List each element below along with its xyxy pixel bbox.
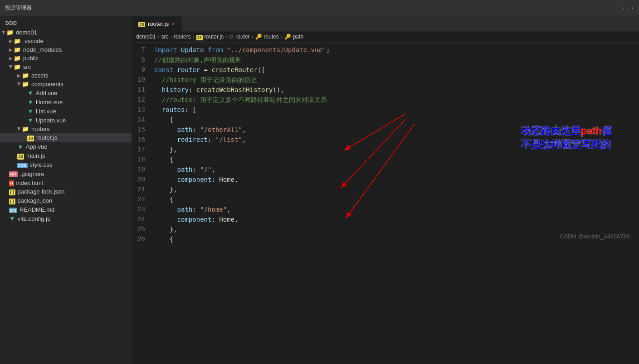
sidebar-item-add-vue[interactable]: ▼ Add.vue — [0, 88, 132, 97]
tab-router-js[interactable]: JS router.js × — [132, 16, 182, 32]
tab-label: router.js — [148, 20, 169, 27]
breadcrumb-router-js[interactable]: router.js — [205, 34, 224, 40]
breadcrumb-demo01[interactable]: demo01 — [136, 34, 156, 40]
sidebar-item-assets[interactable]: ▶ 📁 assets — [0, 71, 132, 80]
line-num-21: 21 — [132, 184, 154, 194]
md-icon: MD — [9, 206, 17, 214]
arrow-icon: ▶ — [9, 65, 14, 69]
line-num-17: 17 — [132, 145, 154, 155]
breadcrumb-sep: › — [157, 34, 159, 40]
line-content-7: import Update from "../components/Update… — [154, 45, 639, 55]
code-line-26: 26 { — [132, 234, 639, 244]
breadcrumb-src[interactable]: src — [161, 34, 168, 40]
breadcrumb-symbol-icon2: 🔑 — [255, 34, 262, 40]
line-num-18: 18 — [132, 155, 154, 165]
sidebar-item-public[interactable]: ▶ 📁 public — [0, 54, 132, 63]
sidebar-item-list-vue[interactable]: ▼ List.vue — [0, 107, 132, 116]
code-line-15: 15 path: "/otherAll", — [132, 125, 639, 135]
sidebar-item-routers[interactable]: ▶ 📁 routers — [0, 125, 132, 133]
breadcrumb-symbol-icon1: ⊙ — [229, 34, 234, 40]
code-line-11: 11 history: createWebHashHistory(), — [132, 85, 639, 95]
line-content-8: //创建路由对象,声明路由规则 — [154, 55, 639, 65]
code-line-21: 21 }, — [132, 184, 639, 194]
sidebar-item-node-modules[interactable]: ▶ 📁 node_modules — [0, 45, 132, 54]
code-line-13: 13 routes: [ — [132, 105, 639, 115]
line-content-12: //routes: 用于定义多个不同路径和组件之间的对应关系 — [154, 95, 639, 105]
sidebar-item-package-lock[interactable]: { } package-lock.json — [0, 187, 132, 196]
breadcrumb-routes[interactable]: routes — [264, 34, 279, 40]
line-num-25: 25 — [132, 224, 154, 234]
code-line-14: 14 { — [132, 115, 639, 125]
git-icon: GIT — [9, 170, 18, 177]
json-icon: { } — [9, 197, 15, 204]
sidebar-item-components[interactable]: ▶ 📁 components — [0, 80, 132, 88]
sidebar-item-main-js[interactable]: JS main.js — [0, 151, 132, 160]
line-content-21: }, — [154, 184, 639, 194]
sidebar-item-label: Add.vue — [36, 90, 58, 97]
line-num-8: 8 — [132, 55, 154, 65]
line-content-18: { — [154, 155, 639, 165]
line-num-24: 24 — [132, 214, 154, 224]
sidebar-item-label: Update.vue — [36, 117, 66, 124]
breadcrumb-sep3: › — [193, 34, 195, 40]
sidebar-item-router-js[interactable]: JS router.js — [0, 133, 132, 142]
line-num-11: 11 — [132, 85, 154, 95]
sidebar-item-demo01[interactable]: ▶ 📁 demo01 — [0, 28, 132, 37]
breadcrumb-sep5: › — [252, 34, 254, 40]
code-line-17: 17 }, — [132, 145, 639, 155]
breadcrumb-js-icon: JS — [196, 34, 203, 40]
line-num-26: 26 — [132, 234, 154, 244]
line-num-16: 16 — [132, 135, 154, 145]
sidebar-item-vite-config[interactable]: ▼ vite.config.js — [0, 214, 132, 223]
tab-close-button[interactable]: × — [171, 21, 175, 27]
line-content-20: component: Home, — [154, 175, 639, 184]
sidebar-item-update-vue[interactable]: ▼ Update.vue — [0, 116, 132, 125]
sidebar-header: DDD — [0, 18, 132, 28]
sidebar-item-label: node_modules — [23, 46, 62, 53]
line-content-9: const router = createRouter({ — [154, 65, 639, 75]
line-content-19: path: "/", — [154, 165, 639, 175]
sidebar-item-index-html[interactable]: H index.html — [0, 178, 132, 187]
line-num-13: 13 — [132, 105, 154, 115]
breadcrumb-symbol-icon3: 🔑 — [284, 34, 291, 40]
sidebar-item-package-json[interactable]: { } package.json — [0, 196, 132, 205]
line-num-9: 9 — [132, 65, 154, 75]
line-content-14: { — [154, 115, 639, 125]
code-container[interactable]: 7 import Update from "../components/Upda… — [132, 43, 639, 364]
sidebar-item-readme[interactable]: MD README.md — [0, 205, 132, 214]
sidebar-item-src[interactable]: ▶ 📁 src — [0, 63, 132, 71]
code-line-22: 22 { — [132, 194, 639, 204]
code-line-20: 20 component: Home, — [132, 175, 639, 184]
title-bar-title: 资源管理器 — [5, 4, 621, 12]
title-bar-menu[interactable]: ··· — [621, 4, 634, 12]
sidebar-item-label: public — [23, 55, 39, 62]
json-icon: { } — [9, 188, 15, 195]
line-content-11: history: createWebHashHistory(), — [154, 85, 639, 95]
breadcrumb-routers[interactable]: routers — [174, 34, 190, 40]
sidebar-item-vscode[interactable]: ▶ 📁 .vscode — [0, 37, 132, 45]
sidebar-item-app-vue[interactable]: ▼ App.vue — [0, 142, 132, 151]
line-num-12: 12 — [132, 95, 154, 105]
sidebar-item-label: router.js — [36, 134, 57, 141]
line-num-14: 14 — [132, 115, 154, 125]
line-content-16: redirect: "/list", — [154, 135, 639, 145]
breadcrumb-path[interactable]: path — [293, 34, 303, 40]
folder-icon: 📁 — [22, 81, 29, 87]
code-line-10: 10 //history 用于记录路由的历史 — [132, 75, 639, 85]
code-line-8: 8 //创建路由对象,声明路由规则 — [132, 55, 639, 65]
breadcrumb-router[interactable]: router — [235, 34, 249, 40]
line-content-24: component: Home, — [154, 214, 639, 224]
line-num-20: 20 — [132, 175, 154, 184]
sidebar-item-style-css[interactable]: CSS style.css — [0, 160, 132, 170]
arrow-icon: ▶ — [17, 73, 21, 78]
arrow-icon: ▶ — [9, 56, 13, 61]
line-num-15: 15 — [132, 125, 154, 135]
breadcrumb-sep2: › — [170, 34, 172, 40]
sidebar-item-home-vue[interactable]: ▼ Home.vue — [0, 97, 132, 107]
sidebar-item-label: .gitignore — [20, 170, 44, 177]
sidebar-item-label: style.css — [30, 161, 53, 168]
sidebar-item-gitignore[interactable]: GIT .gitignore — [0, 169, 132, 178]
line-content-17: }, — [154, 145, 639, 155]
sidebar-item-label: assets — [31, 72, 49, 79]
html-icon: H — [9, 179, 14, 186]
